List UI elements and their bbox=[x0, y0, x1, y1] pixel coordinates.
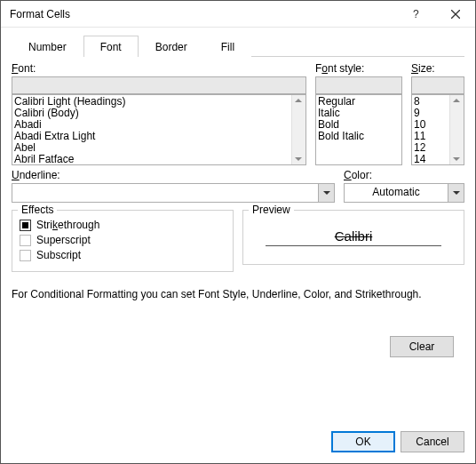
list-item[interactable]: Abadi Extra Light bbox=[14, 131, 304, 142]
svg-text:?: ? bbox=[413, 10, 419, 19]
strikethrough-label: Strikethrough bbox=[36, 219, 99, 231]
tab-font[interactable]: Font bbox=[83, 36, 139, 57]
size-listbox[interactable]: 8 9 10 11 12 14 bbox=[411, 94, 464, 165]
checkbox-icon bbox=[20, 250, 31, 261]
style-input[interactable] bbox=[315, 76, 402, 94]
dialog-footer: OK Cancel bbox=[1, 422, 475, 463]
cancel-button[interactable]: Cancel bbox=[401, 431, 464, 452]
preview-sample: Calibri bbox=[266, 228, 441, 246]
format-cells-dialog: Format Cells ? Number Font Border Fill F… bbox=[0, 0, 476, 464]
tab-strip: Number Font Border Fill bbox=[12, 35, 464, 57]
list-item[interactable]: Calibri (Body) bbox=[14, 108, 304, 119]
color-combo[interactable]: Automatic bbox=[344, 183, 464, 203]
effects-legend: Effects bbox=[18, 204, 57, 216]
chevron-down-icon[interactable] bbox=[448, 184, 464, 202]
strikethrough-checkbox[interactable]: Strikethrough bbox=[20, 219, 226, 231]
scrollbar[interactable] bbox=[449, 95, 464, 164]
effects-group: Effects Strikethrough Superscript Subscr… bbox=[12, 210, 234, 272]
ok-button[interactable]: OK bbox=[331, 431, 395, 452]
preview-group: Preview Calibri bbox=[242, 210, 464, 265]
window-title: Format Cells bbox=[1, 8, 395, 20]
superscript-label: Superscript bbox=[36, 234, 91, 246]
underline-value bbox=[12, 184, 318, 202]
tab-fill[interactable]: Fill bbox=[204, 36, 251, 57]
underline-combo[interactable] bbox=[12, 183, 335, 203]
font-listbox[interactable]: Calibri Light (Headings) Calibri (Body) … bbox=[12, 94, 306, 165]
font-input[interactable] bbox=[12, 76, 306, 94]
description-text: For Conditional Formatting you can set F… bbox=[12, 288, 464, 300]
subscript-checkbox: Subscript bbox=[20, 249, 226, 261]
checkbox-icon bbox=[20, 220, 31, 231]
help-button[interactable]: ? bbox=[395, 1, 435, 28]
tab-number[interactable]: Number bbox=[12, 36, 83, 57]
subscript-label: Subscript bbox=[36, 249, 81, 261]
close-icon bbox=[451, 10, 460, 19]
style-label: Font style: bbox=[315, 62, 402, 75]
color-label: Color: bbox=[344, 169, 464, 181]
size-input[interactable] bbox=[411, 76, 464, 94]
underline-label: Underline: bbox=[12, 169, 335, 181]
scrollbar[interactable] bbox=[291, 95, 305, 164]
preview-legend: Preview bbox=[249, 204, 294, 216]
close-button[interactable] bbox=[435, 1, 475, 28]
color-value: Automatic bbox=[345, 184, 448, 202]
chevron-down-icon[interactable] bbox=[318, 184, 334, 202]
list-item[interactable]: Abril Fatface bbox=[14, 154, 304, 164]
superscript-checkbox: Superscript bbox=[20, 234, 226, 246]
help-icon: ? bbox=[411, 10, 420, 19]
style-listbox[interactable]: Regular Italic Bold Bold Italic bbox=[315, 94, 402, 165]
font-label: Font: bbox=[12, 62, 306, 75]
checkbox-icon bbox=[20, 235, 31, 246]
titlebar: Format Cells ? bbox=[1, 1, 475, 28]
clear-button[interactable]: Clear bbox=[390, 336, 454, 357]
size-label: Size: bbox=[411, 62, 464, 75]
list-item[interactable]: Bold Italic bbox=[318, 131, 400, 142]
tab-border[interactable]: Border bbox=[139, 36, 204, 57]
